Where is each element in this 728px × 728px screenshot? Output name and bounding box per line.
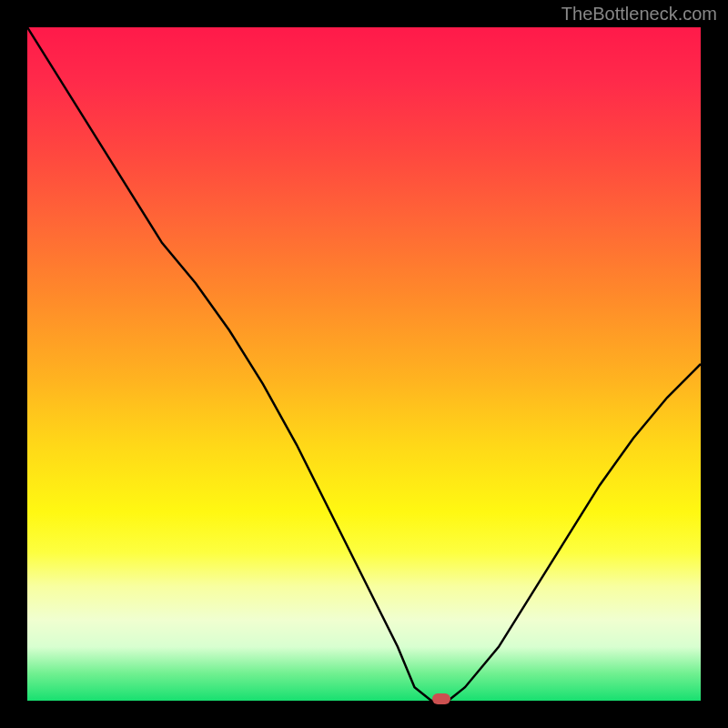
watermark-text: TheBottleneck.com — [561, 4, 717, 25]
bottleneck-curve — [27, 27, 701, 701]
chart-gradient-background — [27, 27, 701, 701]
optimum-marker — [432, 693, 450, 704]
